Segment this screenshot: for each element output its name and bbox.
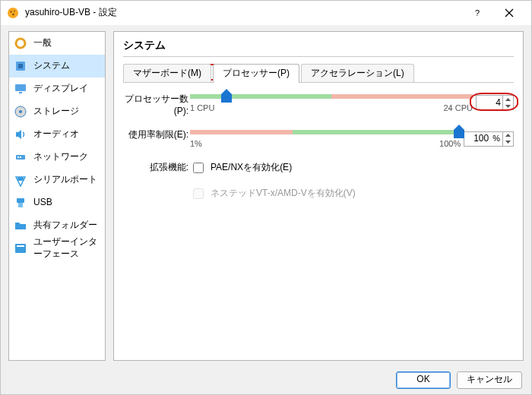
window-titlebar: yasuhiro-UB-VB - 設定 ? xyxy=(1,1,531,25)
pae-nx-checkbox-row[interactable]: PAE/NXを有効化(E) xyxy=(190,160,292,175)
svg-rect-19 xyxy=(18,203,23,207)
close-button[interactable] xyxy=(493,2,525,24)
cpu-slider-min: 1 CPU xyxy=(190,103,214,113)
exec-spin-down[interactable] xyxy=(503,139,513,146)
exec-cap-slider-thumb[interactable] xyxy=(454,125,464,138)
nav-item-label: ネットワーク xyxy=(33,151,88,163)
nav-item-label: 共有フォルダー xyxy=(33,220,97,232)
svg-rect-20 xyxy=(15,244,26,253)
usb-icon xyxy=(14,196,27,210)
cpu-count-slider-thumb[interactable] xyxy=(221,89,232,103)
exec-cap-unit: % xyxy=(490,133,502,144)
nav-item-system[interactable]: システム xyxy=(9,55,105,77)
extensions-label: 拡張機能: xyxy=(123,160,190,174)
exec-cap-spinbox[interactable]: % xyxy=(464,131,514,147)
exec-cap-slider[interactable] xyxy=(190,128,461,137)
row-extensions: 拡張機能: PAE/NXを有効化(E) ネステッドVT-x/AMD-Vを有効化(… xyxy=(123,160,514,207)
row-exec-cap: 使用率制限(E): 1% xyxy=(123,128,514,149)
window-title: yasuhiro-UB-VB - 設定 xyxy=(25,7,461,19)
nested-vt-label: ネステッドVT-x/AMD-Vを有効化(V) xyxy=(211,188,356,200)
cpu-count-spinbox[interactable] xyxy=(476,95,514,110)
ok-button[interactable]: OK xyxy=(396,371,451,389)
nav-item-label: システム xyxy=(33,60,70,72)
nested-vt-checkbox-row: ネステッドVT-x/AMD-Vを有効化(V) xyxy=(190,186,356,201)
dialog-client: 一般 システム ディスプレイ ストレージ オーディオ ネットワーク xyxy=(1,25,531,395)
exec-slider-max: 100% xyxy=(439,138,461,149)
nav-item-general[interactable]: 一般 xyxy=(9,32,105,55)
svg-point-3 xyxy=(12,14,14,16)
processor-form: プロセッサー数(P): 1 CPU xyxy=(123,92,514,217)
nav-item-label: オーディオ xyxy=(33,128,79,141)
panel-title: システム xyxy=(123,38,514,57)
nav-item-label: USB xyxy=(33,197,52,209)
cancel-button[interactable]: キャンセル xyxy=(457,371,522,389)
exec-cap-input[interactable] xyxy=(464,133,490,145)
cpu-spin-down[interactable] xyxy=(503,103,513,109)
dialog-button-row: OK キャンセル xyxy=(1,364,531,395)
exec-slider-min: 1% xyxy=(190,138,202,149)
serial-icon xyxy=(14,173,27,187)
nav-item-display[interactable]: ディスプレイ xyxy=(9,77,105,100)
nav-item-label: 一般 xyxy=(33,37,52,49)
cpu-count-label: プロセッサー数(P): xyxy=(123,92,190,117)
svg-rect-9 xyxy=(18,64,23,68)
svg-rect-11 xyxy=(19,92,22,93)
cpu-spin-up[interactable] xyxy=(503,96,513,103)
svg-rect-16 xyxy=(20,156,21,158)
speaker-icon xyxy=(14,128,27,141)
nav-item-serial[interactable]: シリアルポート xyxy=(9,169,105,191)
nav-item-storage[interactable]: ストレージ xyxy=(9,100,105,123)
ui-icon xyxy=(14,242,27,255)
svg-rect-10 xyxy=(15,84,26,91)
monitor-icon xyxy=(14,82,27,96)
svg-point-7 xyxy=(16,39,25,48)
exec-cap-label: 使用率制限(E): xyxy=(123,128,190,141)
cpu-count-slider[interactable] xyxy=(190,92,473,101)
help-button[interactable]: ? xyxy=(461,2,493,24)
nav-item-label: シリアルポート xyxy=(33,174,97,186)
settings-panel: システム マザーボード(M) プロセッサー(P) アクセラレーション(L) プロ… xyxy=(113,31,524,361)
tab-acceleration[interactable]: アクセラレーション(L) xyxy=(301,64,414,83)
nav-item-label: ユーザーインターフェース xyxy=(33,236,100,260)
gear-icon xyxy=(14,36,27,50)
svg-point-0 xyxy=(8,8,18,18)
nav-item-usb[interactable]: USB xyxy=(9,191,105,214)
svg-rect-15 xyxy=(17,156,19,158)
nav-item-audio[interactable]: オーディオ xyxy=(9,123,105,146)
nav-item-label: ディスプレイ xyxy=(33,83,88,95)
nav-item-label: ストレージ xyxy=(33,106,79,118)
folder-icon xyxy=(14,219,27,232)
exec-spin-up[interactable] xyxy=(503,132,513,139)
svg-point-1 xyxy=(10,11,11,12)
nav-item-network[interactable]: ネットワーク xyxy=(9,146,105,169)
cpu-slider-max: 24 CPU xyxy=(443,103,473,113)
nav-item-shared[interactable]: 共有フォルダー xyxy=(9,214,105,237)
nav-item-ui[interactable]: ユーザーインターフェース xyxy=(9,237,105,260)
cpu-count-input[interactable] xyxy=(477,97,502,109)
svg-rect-18 xyxy=(17,198,24,203)
tab-motherboard[interactable]: マザーボード(M) xyxy=(123,64,211,83)
svg-rect-17 xyxy=(17,177,24,181)
disk-icon xyxy=(14,105,27,118)
app-icon xyxy=(7,7,19,19)
tab-bar: マザーボード(M) プロセッサー(P) アクセラレーション(L) xyxy=(123,63,514,83)
chip-icon xyxy=(14,59,27,73)
network-icon xyxy=(14,150,27,164)
svg-point-2 xyxy=(14,11,15,12)
nested-vt-checkbox xyxy=(193,188,204,199)
pae-nx-label: PAE/NXを有効化(E) xyxy=(211,162,292,174)
row-cpu-count: プロセッサー数(P): 1 CPU xyxy=(123,92,514,117)
tab-processor[interactable]: プロセッサー(P) xyxy=(213,64,299,84)
svg-point-13 xyxy=(19,110,22,113)
category-list: 一般 システム ディスプレイ ストレージ オーディオ ネットワーク xyxy=(8,31,106,361)
svg-text:?: ? xyxy=(475,8,480,17)
pae-nx-checkbox[interactable] xyxy=(193,163,204,173)
svg-rect-21 xyxy=(17,245,24,247)
